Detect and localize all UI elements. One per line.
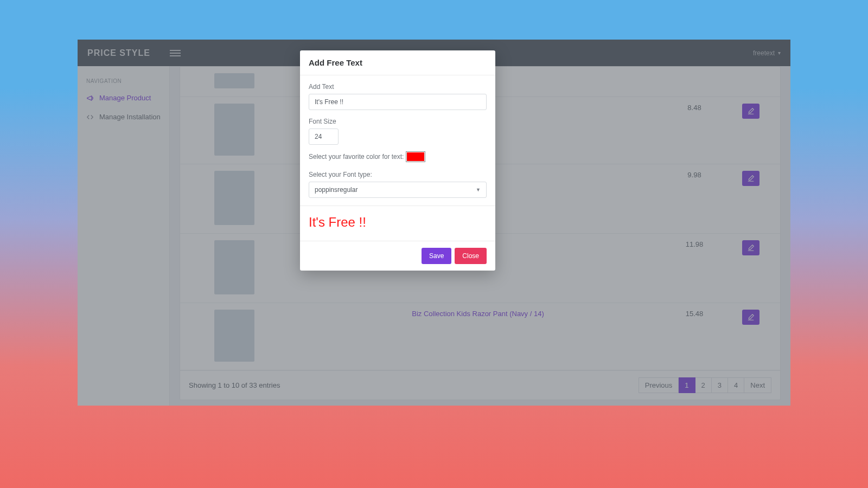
color-picker[interactable] — [407, 152, 424, 161]
font-type-value: poppinsregular — [315, 186, 358, 194]
font-type-label: Select your Font type: — [309, 171, 487, 178]
font-size-input[interactable] — [309, 129, 339, 145]
font-type-row: Select your Font type: poppinsregular ▼ — [309, 171, 487, 198]
font-size-row: Font Size — [309, 118, 487, 145]
font-type-select[interactable]: poppinsregular ▼ — [309, 182, 487, 198]
save-button[interactable]: Save — [422, 248, 451, 264]
close-button[interactable]: Close — [455, 248, 487, 264]
preview-text: It's Free !! — [309, 211, 487, 235]
add-text-row: Add Text — [309, 83, 487, 110]
modal-title: Add Free Text — [300, 50, 495, 75]
add-text-label: Add Text — [309, 83, 487, 91]
add-text-input[interactable] — [309, 94, 487, 110]
color-label: Select your favorite color for text: — [309, 153, 404, 160]
modal-footer: Save Close — [300, 241, 495, 271]
modal-body: Add Text Font Size Select your favorite … — [300, 75, 495, 241]
chevron-down-icon: ▼ — [476, 187, 481, 192]
add-free-text-modal: Add Free Text Add Text Font Size Select … — [300, 50, 495, 271]
color-row: Select your favorite color for text: — [309, 152, 487, 161]
font-size-label: Font Size — [309, 118, 487, 125]
page-background: PRICE STYLE freetext ▾ NAVIGATION Manage… — [0, 0, 868, 488]
